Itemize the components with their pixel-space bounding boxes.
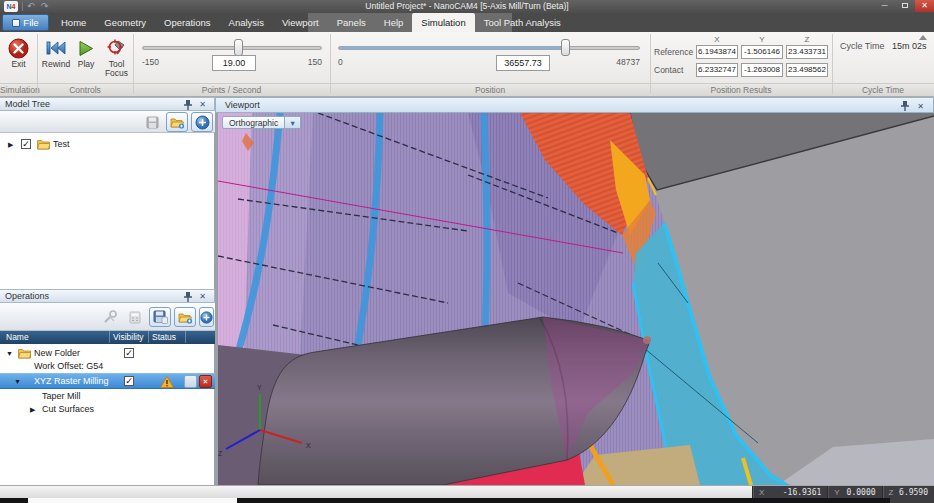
save-icon <box>153 310 168 324</box>
viewport-3d-scene[interactable]: Y X Z <box>218 113 934 485</box>
tab-tool-path-analysis[interactable]: Tool Path Analysis <box>475 13 570 32</box>
group-label-points-per-second: Points / Second <box>133 85 330 95</box>
tab-panels[interactable]: Panels <box>328 13 375 32</box>
folder-icon <box>37 139 50 150</box>
model-tree-header: Model Tree ✕ <box>0 97 215 111</box>
file-menu-button[interactable]: File <box>2 14 49 31</box>
axis-x-label: X <box>306 442 311 449</box>
window-title: Untitled Project* - NanoCAM4 [5-Axis Mil… <box>0 0 934 13</box>
position-max-label: 48737 <box>600 57 640 67</box>
exit-icon <box>8 36 29 60</box>
rewind-button[interactable]: Rewind <box>41 36 71 69</box>
op-row-taper-mill[interactable]: Taper Mill <box>0 390 215 403</box>
cursor-coordinates: X-16.9361 Y0.0000 Z6.9590 <box>752 486 934 498</box>
save-icon <box>146 116 159 129</box>
collapse-ribbon-chevron[interactable] <box>919 35 927 40</box>
pps-min-label: -150 <box>142 57 159 67</box>
op-row-cut-surfaces[interactable]: ▶ Cut Surfaces <box>0 403 215 416</box>
viewport-content: Y X Z Orthographic ▾ <box>218 113 934 485</box>
save-operations-button[interactable] <box>149 307 171 327</box>
tab-home[interactable]: Home <box>52 13 95 32</box>
play-button[interactable]: Play <box>72 36 100 69</box>
contact-y-value: -1.263008 <box>741 63 783 77</box>
op-row-work-offset[interactable]: Work Offset: G54 <box>0 360 215 373</box>
group-label-position: Position <box>330 85 650 95</box>
column-divider <box>109 331 110 343</box>
op-row-gray-button[interactable] <box>184 375 197 388</box>
model-tree-toolbar <box>0 111 215 133</box>
test-visibility-checkbox[interactable]: ✓ <box>21 139 31 149</box>
results-column-y: Y <box>741 35 783 44</box>
minimize-button[interactable]: ─ <box>875 0 894 12</box>
ribbon: Simulation Controls Points / Second Posi… <box>0 32 934 97</box>
exit-button[interactable]: Exit <box>2 36 35 69</box>
add-icon <box>200 310 213 325</box>
add-operation-button[interactable] <box>199 307 214 327</box>
add-model-button[interactable] <box>191 112 213 132</box>
op-settings-button <box>99 307 121 327</box>
ribbon-group-labels: Simulation Controls Points / Second Posi… <box>0 83 934 96</box>
pin-icon[interactable] <box>901 101 909 111</box>
close-icon[interactable]: ✕ <box>199 98 206 111</box>
tab-operations[interactable]: Operations <box>155 13 219 32</box>
points-per-second-slider[interactable] <box>142 46 322 50</box>
group-label-simulation: Simulation <box>0 85 37 95</box>
contact-row-label: Contact <box>654 65 683 75</box>
pps-value-input[interactable] <box>212 55 256 71</box>
projection-selector[interactable]: Orthographic ▾ <box>222 116 301 129</box>
title-bar: N4 ↶ ↷ Untitled Project* - NanoCAM4 [5-A… <box>0 0 934 13</box>
points-per-second-slider-handle[interactable] <box>234 39 243 56</box>
position-min-label: 0 <box>338 57 343 67</box>
tab-help[interactable]: Help <box>375 13 413 32</box>
results-column-z: Z <box>786 35 828 44</box>
cycle-time-label: Cycle Time <box>840 41 885 51</box>
group-divider <box>650 34 651 94</box>
close-button[interactable]: ✕ <box>915 0 934 12</box>
operations-column-header: Name Visibility Status <box>0 331 215 344</box>
op-row-xyz-raster-milling[interactable]: ▼ XYZ Raster Milling ✓ ✕ <box>0 373 215 389</box>
rewind-icon <box>46 36 66 60</box>
folder-icon <box>18 348 31 359</box>
application-window: N4 ↶ ↷ Untitled Project* - NanoCAM4 [5-A… <box>0 0 934 503</box>
group-divider <box>330 34 331 94</box>
open-operations-button[interactable] <box>174 307 196 327</box>
position-slider-handle[interactable] <box>561 39 570 56</box>
tab-viewport[interactable]: Viewport <box>273 13 328 32</box>
op-row-delete-button[interactable]: ✕ <box>199 375 212 388</box>
tool-focus-icon <box>107 36 127 60</box>
op-row-new-folder[interactable]: ▼ New Folder ✓ <box>0 347 215 360</box>
expand-icon[interactable]: ▶ <box>8 138 13 151</box>
file-menu-icon <box>12 19 20 27</box>
pin-icon[interactable] <box>184 292 192 302</box>
chevron-down-icon[interactable]: ▾ <box>285 116 301 129</box>
column-divider <box>185 331 186 343</box>
open-model-button[interactable] <box>166 112 188 132</box>
collapse-icon[interactable]: ▼ <box>6 347 13 360</box>
pps-max-label: 150 <box>302 57 322 67</box>
tool-focus-button[interactable]: Tool Focus <box>101 36 132 78</box>
group-label-position-results: Position Results <box>650 85 832 95</box>
restore-button[interactable] <box>895 0 914 12</box>
tab-analysis[interactable]: Analysis <box>220 13 273 32</box>
position-value-input[interactable] <box>496 55 550 71</box>
tab-simulation[interactable]: Simulation <box>412 13 474 32</box>
taskbar-strip <box>0 498 934 503</box>
pin-icon[interactable] <box>184 100 192 110</box>
group-label-controls: Controls <box>37 85 133 95</box>
column-divider <box>148 331 149 343</box>
collapse-icon[interactable]: ▼ <box>14 375 21 388</box>
operations-header: Operations ✕ <box>0 289 215 303</box>
expand-icon[interactable]: ▶ <box>30 403 35 416</box>
save-model-button <box>141 112 163 132</box>
close-icon[interactable]: ✕ <box>917 99 924 114</box>
tree-item-test[interactable]: ▶ ✓ Test <box>0 138 215 151</box>
op-visibility-checkbox[interactable]: ✓ <box>124 376 134 386</box>
op-calculate-button <box>124 307 146 327</box>
column-visibility: Visibility <box>113 331 144 344</box>
projection-label[interactable]: Orthographic <box>222 116 285 129</box>
folder-visibility-checkbox[interactable]: ✓ <box>124 348 134 358</box>
group-label-cycle-time: Cycle Time <box>832 85 934 95</box>
tab-geometry[interactable]: Geometry <box>95 13 155 32</box>
close-icon[interactable]: ✕ <box>199 290 206 303</box>
contact-z-value: 23.498562 <box>786 63 828 77</box>
